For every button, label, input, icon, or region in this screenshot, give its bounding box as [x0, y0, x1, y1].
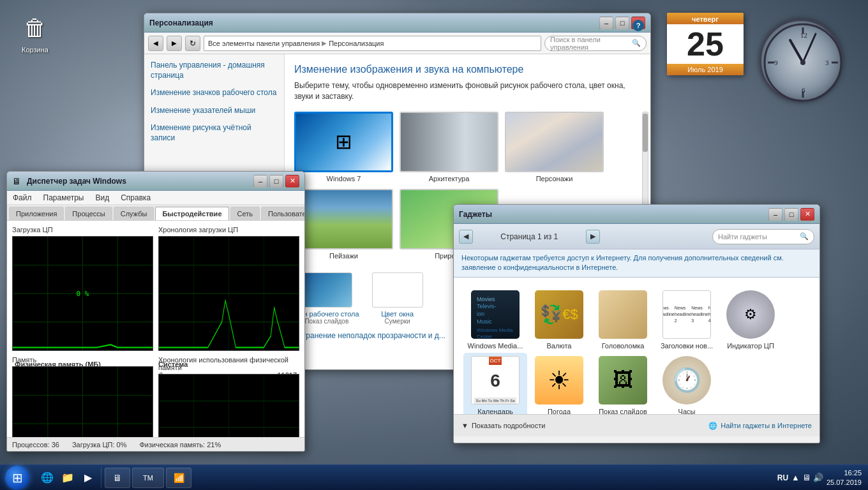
search-bar[interactable]: Поиск в панели управления 🔍: [544, 36, 647, 51]
gadgets-show-details-btn[interactable]: ▼ Показать подробности: [461, 422, 545, 429]
calendar-widget: четверг 25 Июль 2019: [667, 13, 744, 75]
gadget-news[interactable]: RSS News headline 1 News headline 2 News…: [655, 287, 719, 353]
gadget-puzzle[interactable]: Головоломка: [591, 287, 655, 353]
desktop-recycle-bin[interactable]: 🗑 Корзина: [13, 13, 57, 54]
taskmanager-taskbar-app[interactable]: TM: [132, 468, 164, 488]
bottom-color-option[interactable]: Цвет окна Сумерки: [372, 272, 423, 325]
gadgets-grid: Movies Televis- ion Music Windows Media …: [454, 278, 819, 414]
themes-scroll-thumb: [643, 114, 648, 152]
tm-tab-processes[interactable]: Процессы: [65, 207, 112, 220]
recycle-bin-icon: 🗑: [20, 13, 50, 43]
svg-text:3: 3: [825, 59, 829, 66]
theme-win7-label: Windows 7: [327, 175, 361, 182]
theme-chars-image: [506, 113, 602, 171]
tm-menu-help[interactable]: Справка: [118, 192, 153, 204]
taskmanager-minimize-btn[interactable]: –: [253, 175, 267, 188]
start-button[interactable]: ⊞: [0, 465, 34, 491]
calendar-month-year: Июль 2019: [667, 64, 744, 75]
theme-win7-image: ⊞: [296, 114, 391, 170]
personalization-maximize-btn[interactable]: □: [615, 17, 629, 29]
tray-arrow-icon[interactable]: ▲: [791, 473, 800, 482]
taskmanager-maximize-btn[interactable]: □: [269, 175, 283, 188]
display-taskbar-app[interactable]: 🖥: [105, 468, 130, 488]
gadget-slideshow[interactable]: 🖼 Показ слайдов: [591, 353, 655, 414]
gadget-calendar-icon: OCT 6 Su Mo Tu We Th Fr Sa: [471, 356, 520, 405]
gadget-news-label: Заголовки нов...: [661, 342, 713, 350]
theme-chars[interactable]: Персонажи: [505, 112, 604, 182]
gadgets-prev-btn[interactable]: ◀: [459, 230, 473, 244]
svg-text:12: 12: [800, 31, 807, 39]
theme-arch-label: Архитектура: [429, 175, 470, 182]
tray-sound-icon[interactable]: 🔊: [813, 473, 823, 482]
tm-cpu-panel: Загрузка ЦП: [12, 226, 153, 351]
sidebar-home-link[interactable]: Панель управления - домашняя страница: [151, 61, 278, 80]
sidebar-account-picture-link[interactable]: Изменение рисунка учётной записи: [151, 123, 278, 143]
personalization-minimize-btn[interactable]: –: [599, 17, 613, 29]
gadget-cpu[interactable]: ⚙ Индикатор ЦП: [719, 287, 782, 353]
tm-memory-history-graph: [158, 374, 299, 443]
gadgets-close-btn[interactable]: ✕: [800, 208, 814, 221]
gadgets-find-online-btn[interactable]: 🌐 Найти гаджеты в Интернете: [708, 422, 812, 430]
system-tray: RU ▲ 🖥 🔊 16:25 25.07.2019: [771, 468, 868, 487]
gadgets-title: Гаджеты: [459, 210, 768, 219]
gadgets-search-bar[interactable]: Найти гаджеты 🔍: [712, 229, 814, 244]
gadgets-maximize-btn[interactable]: □: [784, 208, 798, 221]
gadgets-search-icon: 🔍: [800, 232, 809, 241]
tm-menu-file[interactable]: Файл: [10, 192, 34, 204]
ie-quicklaunch-btn[interactable]: 🌐: [38, 468, 57, 487]
tray-icons: ▲ 🖥 🔊: [791, 473, 823, 482]
tm-tab-performance[interactable]: Быстродействие: [155, 207, 228, 220]
windows-logo-icon: ⊞: [12, 470, 23, 486]
tm-menu-view[interactable]: Вид: [93, 192, 112, 204]
taskmanager-close-btn[interactable]: ✕: [285, 175, 299, 188]
theme-landscape[interactable]: Пейзажи: [294, 189, 393, 260]
taskbar: ⊞ 🌐 📁 ▶ 🖥 TM 📶 RU ▲ 🖥 🔊 16:25 25.07.2019: [0, 464, 868, 490]
taskmanager-controls: – □ ✕: [253, 175, 299, 188]
gadget-clock[interactable]: 🕐 Часы: [655, 353, 719, 414]
tm-tab-services[interactable]: Службы: [114, 207, 154, 220]
bottom-color-thumb: [372, 272, 423, 308]
tm-status-cpu: Загрузка ЦП: 0%: [72, 441, 127, 449]
tm-tab-users[interactable]: Пользователи: [261, 207, 305, 220]
tm-tab-network[interactable]: Сеть: [230, 207, 260, 220]
sidebar-desktop-icons-link[interactable]: Изменение значков рабочего стола: [151, 88, 278, 98]
tm-tab-apps[interactable]: Приложения: [9, 207, 64, 220]
tm-menu-params[interactable]: Параметры: [41, 192, 87, 204]
explorer-quicklaunch-btn[interactable]: 📁: [58, 468, 77, 487]
theme-win7[interactable]: ⊞ Windows 7: [294, 112, 393, 182]
cpu-percentage: 0 %: [77, 290, 89, 298]
gadget-currency[interactable]: 💱 Валюта: [527, 287, 591, 353]
gadgets-search-placeholder: Найти гаджеты: [718, 233, 767, 241]
media-quicklaunch-btn[interactable]: ▶: [79, 468, 98, 487]
tm-memory-panel: Память 806 МБ: [12, 356, 153, 443]
tray-time: 16:25 25.07.2019: [827, 468, 862, 487]
gadgets-find-online-label: Найти гаджеты в Интернете: [721, 422, 812, 429]
theme-arch-thumb: [400, 112, 498, 172]
gadgets-next-btn[interactable]: ▶: [586, 230, 600, 244]
gadget-calendar[interactable]: OCT 6 Su Mo Tu We Th Fr Sa Календарь: [463, 353, 527, 414]
tm-cpu-history-graph: [158, 236, 299, 351]
theme-win7-thumb: ⊞: [294, 112, 393, 172]
tray-lang: RU: [777, 473, 788, 482]
gadget-weather-label: Погода: [548, 408, 571, 414]
address-bar[interactable]: Все элементы панели управления ▶ Персона…: [204, 36, 541, 51]
taskmanager-statusbar: Процессов: 36 Загрузка ЦП: 0% Физическая…: [7, 437, 304, 451]
nav-refresh-btn[interactable]: ↻: [185, 36, 200, 51]
memory-history-svg: [159, 375, 299, 443]
breadcrumb-all-items: Все элементы панели управления: [208, 40, 320, 47]
theme-chars-label: Персонажи: [536, 175, 573, 182]
theme-landscape-label: Пейзажи: [329, 252, 358, 260]
gadget-weather[interactable]: ☀ Погода: [527, 353, 591, 414]
tm-memory-graph: 806 МБ: [12, 366, 153, 443]
nav-forward-btn[interactable]: ▶: [167, 36, 182, 51]
nav-back-btn[interactable]: ◀: [148, 36, 163, 51]
network-taskbar-app[interactable]: 📶: [166, 468, 191, 488]
tray-network-icon[interactable]: 🖥: [802, 473, 811, 482]
tm-cpu-history-panel: Хронология загрузки ЦП: [158, 226, 299, 351]
gadgets-minimize-btn[interactable]: –: [768, 208, 782, 221]
gadget-wm[interactable]: Movies Televis- ion Music Windows Media …: [463, 287, 527, 353]
theme-arch[interactable]: Архитектура: [400, 112, 498, 182]
theme-landscape-image: [296, 190, 392, 248]
gadget-wm-icon: Movies Televis- ion Music Windows Media …: [471, 290, 520, 339]
sidebar-mouse-pointers-link[interactable]: Изменение указателей мыши: [151, 106, 278, 116]
